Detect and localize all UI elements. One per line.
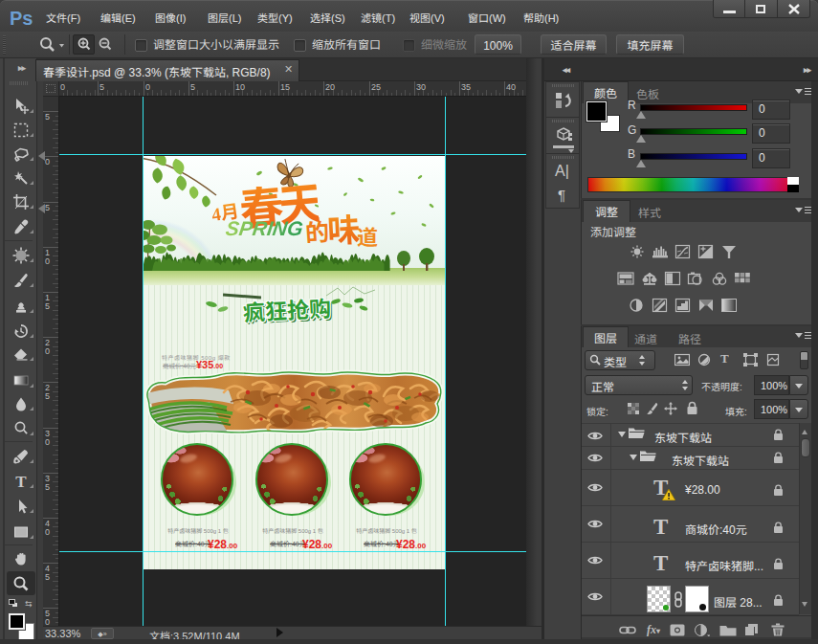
svg-text:T: T (15, 473, 27, 491)
